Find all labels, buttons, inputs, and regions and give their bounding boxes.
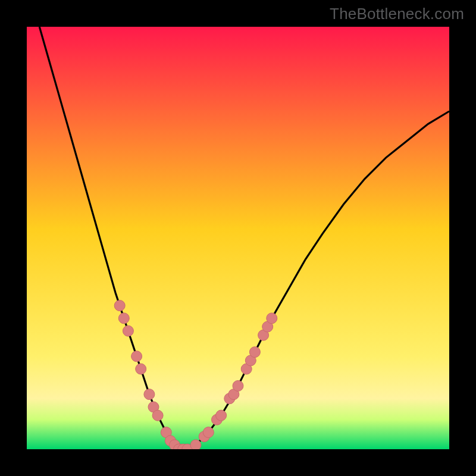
- chart-svg: [27, 27, 449, 449]
- data-marker: [136, 364, 146, 374]
- data-marker: [249, 347, 260, 358]
- chart-frame: TheBottleneck.com: [0, 0, 476, 476]
- data-marker: [123, 325, 133, 336]
- watermark-text: TheBottleneck.com: [330, 5, 464, 23]
- data-marker: [203, 427, 214, 438]
- data-marker: [267, 313, 277, 324]
- data-marker: [190, 440, 201, 449]
- data-marker: [114, 300, 125, 311]
- data-marker: [216, 410, 227, 421]
- data-marker: [233, 381, 243, 392]
- data-marker: [131, 351, 142, 362]
- data-marker: [152, 410, 163, 421]
- data-marker: [144, 389, 155, 400]
- data-marker: [118, 313, 129, 324]
